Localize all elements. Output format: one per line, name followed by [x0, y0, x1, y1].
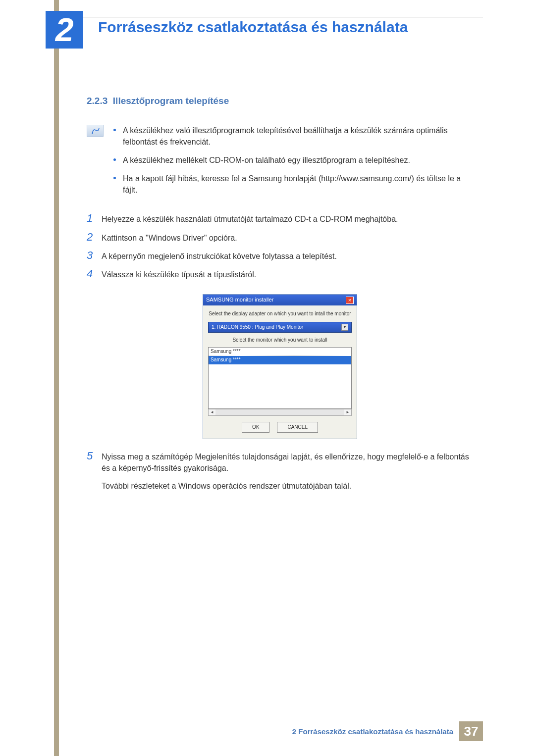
step-extra-text: További részleteket a Windows operációs … — [102, 480, 473, 492]
note-list: A készülékhez való illesztőprogramok tel… — [113, 125, 473, 203]
list-item[interactable]: Samsung **** — [209, 356, 351, 364]
step-text: Válassza ki készüléke típusát a típuslis… — [102, 268, 473, 280]
step-number: 1 — [87, 212, 102, 225]
installer-adapter-value: 1. RADEON 9550 : Plug and Play Monitor — [212, 324, 303, 331]
close-icon[interactable]: × — [346, 297, 354, 304]
chapter-title: Forráseszköz csatlakoztatása és használa… — [98, 19, 408, 36]
cancel-button[interactable]: CANCEL — [277, 422, 318, 433]
step-text: Nyissa meg a számítógép Megjelenítés tul… — [102, 450, 473, 498]
steps-list: 1 Helyezze a készülék használati útmutat… — [87, 212, 473, 497]
step: 2 Kattintson a "Windows Driver" opcióra. — [87, 231, 473, 244]
installer-body: Select the display adapter on which you … — [203, 305, 357, 439]
note-text: A készülékhez való illesztőprogramok tel… — [123, 125, 473, 148]
list-item[interactable]: Samsung **** — [209, 348, 351, 356]
chevron-down-icon[interactable]: ▼ — [341, 324, 348, 331]
note-text: Ha a kapott fájl hibás, keresse fel a Sa… — [123, 173, 473, 196]
header-rule — [77, 17, 483, 17]
footer-page-number: 37 — [459, 721, 483, 741]
footer-text: 2 Forráseszköz csatlakoztatása és haszná… — [292, 727, 453, 736]
section-heading: 2.2.3 Illesztőprogram telepítése — [87, 94, 473, 108]
note-block: A készülékhez való illesztőprogramok tel… — [87, 125, 473, 203]
page-footer: 2 Forráseszköz csatlakoztatása és haszná… — [292, 721, 483, 741]
step-number: 4 — [87, 268, 102, 280]
step-text: A képernyőn megjelenő instrukciókat köve… — [102, 250, 473, 262]
chapter-number-badge: 2 — [46, 11, 83, 49]
step-text: Kattintson a "Windows Driver" opcióra. — [102, 231, 473, 244]
installer-monitor-list[interactable]: Samsung **** Samsung **** — [208, 347, 352, 409]
installer-buttons: OK CANCEL — [208, 422, 352, 433]
step: 3 A képernyőn megjelenő instrukciókat kö… — [87, 250, 473, 262]
scroll-right-icon[interactable]: ► — [344, 409, 351, 415]
installer-dialog: SAMSUNG monitor installer × Select the d… — [203, 294, 357, 439]
bullet-icon — [113, 129, 116, 131]
note-bullet: Ha a kapott fájl hibás, keresse fel a Sa… — [113, 173, 473, 196]
note-text: A készülékhez mellékelt CD-ROM-on találh… — [123, 154, 410, 166]
step: 1 Helyezze a készülék használati útmutat… — [87, 212, 473, 225]
step-text-line: Nyissa meg a számítógép Megjelenítés tul… — [102, 451, 473, 474]
note-bullet: A készülékhez mellékelt CD-ROM-on találh… — [113, 154, 473, 166]
installer-monitor-label: Select the monitor which you want to ins… — [208, 337, 352, 344]
section-title: Illesztőprogram telepítése — [113, 96, 229, 106]
step: 4 Válassza ki készüléke típusát a típusl… — [87, 268, 473, 280]
sidebar-stripe — [54, 0, 59, 756]
chapter-number: 2 — [55, 13, 74, 46]
step-number: 2 — [87, 231, 102, 244]
ok-button[interactable]: OK — [242, 422, 269, 433]
installer-title: SAMSUNG monitor installer — [206, 296, 273, 304]
horizontal-scrollbar[interactable]: ◄ ► — [208, 409, 352, 416]
step-text: Helyezze a készülék használati útmutatój… — [102, 212, 473, 225]
step-number: 5 — [87, 450, 102, 498]
section-number: 2.2.3 — [87, 96, 107, 106]
installer-adapter-select[interactable]: 1. RADEON 9550 : Plug and Play Monitor ▼ — [208, 322, 352, 333]
installer-adapter-label: Select the display adapter on which you … — [208, 310, 352, 318]
step-number: 3 — [87, 250, 102, 262]
bullet-icon — [113, 177, 116, 179]
scroll-left-icon[interactable]: ◄ — [209, 409, 215, 415]
installer-titlebar: SAMSUNG monitor installer × — [203, 295, 357, 305]
step: 5 Nyissa meg a számítógép Megjelenítés t… — [87, 450, 473, 498]
note-icon — [87, 125, 104, 137]
page-content: 2.2.3 Illesztőprogram telepítése A készü… — [87, 94, 473, 504]
note-bullet: A készülékhez való illesztőprogramok tel… — [113, 125, 473, 148]
bullet-icon — [113, 158, 116, 161]
